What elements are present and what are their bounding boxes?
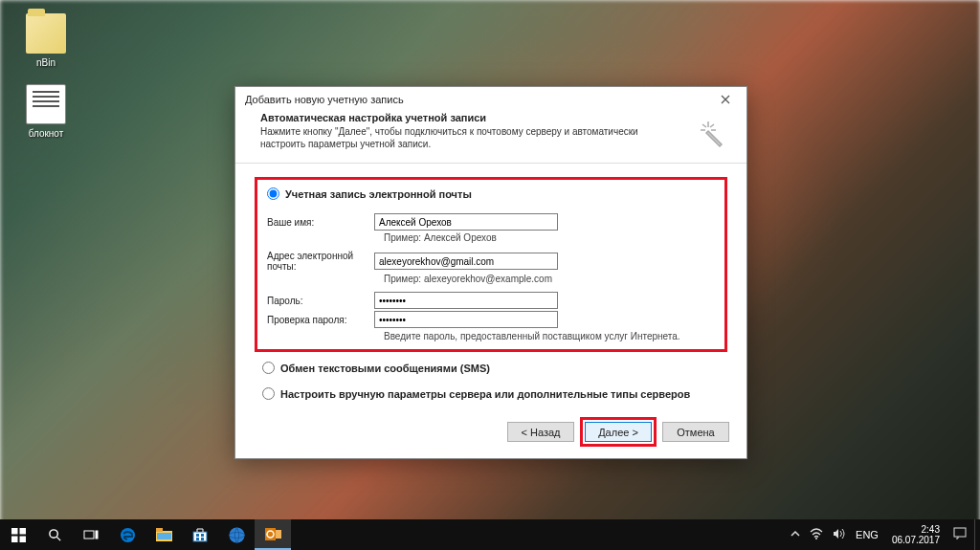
network-icon[interactable] xyxy=(810,528,823,542)
svg-rect-17 xyxy=(193,532,207,541)
next-button[interactable]: Далее > xyxy=(585,422,652,442)
next-button-highlight: Далее > xyxy=(580,417,657,447)
explorer-icon xyxy=(156,528,172,541)
svg-rect-12 xyxy=(96,531,98,539)
radio-manual[interactable]: Настроить вручную параметры сервера или … xyxy=(262,387,727,400)
email-input[interactable] xyxy=(374,253,558,270)
svg-rect-11 xyxy=(84,531,94,539)
clock-date: 06.07.2017 xyxy=(892,535,940,546)
system-tray[interactable]: ENG 2:43 06.07.2017 xyxy=(783,519,974,550)
taskbar-taskview[interactable] xyxy=(73,519,109,550)
dialog-header: Автоматическая настройка учетной записи … xyxy=(235,110,746,164)
clock-time: 2:43 xyxy=(892,524,940,536)
volume-icon[interactable] xyxy=(833,528,846,542)
taskbar-search[interactable] xyxy=(36,519,73,550)
desktop-icon-folder[interactable]: nBin xyxy=(17,13,75,68)
start-button[interactable] xyxy=(0,519,36,550)
notepad-icon xyxy=(26,84,66,124)
password-label: Пароль: xyxy=(267,296,374,306)
svg-line-1 xyxy=(702,124,706,127)
svg-rect-28 xyxy=(954,528,966,537)
radio-sms-label: Обмен текстовыми сообщениями (SMS) xyxy=(280,363,490,374)
svg-point-9 xyxy=(49,529,56,537)
tray-chevron-icon[interactable] xyxy=(791,528,800,541)
password2-label: Проверка пароля: xyxy=(267,315,374,325)
password-hint: Введите пароль, предоставленный поставщи… xyxy=(384,331,715,341)
svg-rect-16 xyxy=(157,533,171,539)
password-confirm-input[interactable] xyxy=(374,311,558,328)
store-icon xyxy=(192,528,208,542)
radio-sms-input[interactable] xyxy=(262,362,275,374)
radio-email-input[interactable] xyxy=(267,187,279,200)
dialog-footer: < Назад Далее > Отмена xyxy=(507,417,729,447)
back-button[interactable]: < Назад xyxy=(507,422,574,442)
taskbar-store[interactable] xyxy=(182,519,218,550)
globe-icon xyxy=(229,527,245,543)
folder-icon xyxy=(26,13,66,54)
taskbar-outlook[interactable] xyxy=(255,519,291,550)
email-label: Адрес электронной почты: xyxy=(267,251,374,272)
name-example: Пример: Алексей Орехов xyxy=(384,232,715,243)
dialog-title: Добавить новую учетную запись xyxy=(245,94,404,105)
search-icon xyxy=(48,528,62,542)
dialog-description: Нажмите кнопку "Далее", чтобы подключить… xyxy=(260,125,729,150)
svg-rect-15 xyxy=(156,528,163,532)
taskview-icon xyxy=(83,529,99,540)
show-desktop-peek[interactable] xyxy=(974,519,980,550)
taskbar-explorer[interactable] xyxy=(145,519,182,550)
svg-point-22 xyxy=(229,527,244,542)
radio-manual-input[interactable] xyxy=(262,387,275,400)
dialog-body: Учетная запись электронной почты Ваше им… xyxy=(235,164,746,423)
radio-email-account[interactable]: Учетная запись электронной почты xyxy=(267,187,715,200)
svg-rect-5 xyxy=(11,528,18,535)
edge-icon xyxy=(120,527,136,543)
email-example: Пример: alexeyorekhov@example.com xyxy=(384,274,715,284)
taskbar[interactable]: ENG 2:43 06.07.2017 xyxy=(0,519,980,550)
close-icon xyxy=(721,95,730,104)
taskbar-app-blue[interactable] xyxy=(218,519,255,550)
email-option-highlight: Учетная запись электронной почты Ваше им… xyxy=(255,177,727,352)
wizard-icon xyxy=(695,116,729,150)
cancel-button[interactable]: Отмена xyxy=(662,422,729,442)
desktop-icon-notepad[interactable]: блокнот xyxy=(17,84,75,139)
radio-manual-label: Настроить вручную параметры сервера или … xyxy=(280,388,690,400)
svg-rect-25 xyxy=(276,530,281,539)
password-input[interactable] xyxy=(374,292,558,309)
language-indicator[interactable]: ENG xyxy=(856,529,879,540)
clock[interactable]: 2:43 06.07.2017 xyxy=(888,524,944,546)
svg-line-10 xyxy=(56,537,60,540)
windows-icon xyxy=(11,528,26,542)
dialog-subtitle: Автоматическая настройка учетной записи xyxy=(260,112,729,123)
svg-rect-19 xyxy=(201,534,204,537)
svg-rect-21 xyxy=(201,538,204,540)
svg-rect-20 xyxy=(196,538,199,540)
svg-rect-7 xyxy=(11,536,18,542)
add-account-dialog: Добавить новую учетную запись Автоматиче… xyxy=(234,86,747,459)
desktop-icon-label: блокнот xyxy=(17,128,75,139)
dialog-titlebar[interactable]: Добавить новую учетную запись xyxy=(235,87,746,110)
taskbar-edge[interactable] xyxy=(109,519,145,550)
name-label: Ваше имя: xyxy=(267,217,374,228)
svg-line-2 xyxy=(710,124,714,127)
outlook-icon xyxy=(265,526,281,542)
radio-sms[interactable]: Обмен текстовыми сообщениями (SMS) xyxy=(262,362,727,374)
name-input[interactable] xyxy=(374,213,558,231)
radio-email-label: Учетная запись электронной почты xyxy=(285,188,472,200)
close-button[interactable] xyxy=(712,91,739,108)
svg-rect-18 xyxy=(196,534,199,537)
notifications-icon[interactable] xyxy=(953,527,967,542)
taskbar-spacer xyxy=(291,519,783,550)
svg-rect-8 xyxy=(19,536,26,542)
svg-rect-6 xyxy=(19,528,26,535)
desktop-icon-label: nBin xyxy=(17,57,75,68)
svg-point-27 xyxy=(815,538,817,539)
